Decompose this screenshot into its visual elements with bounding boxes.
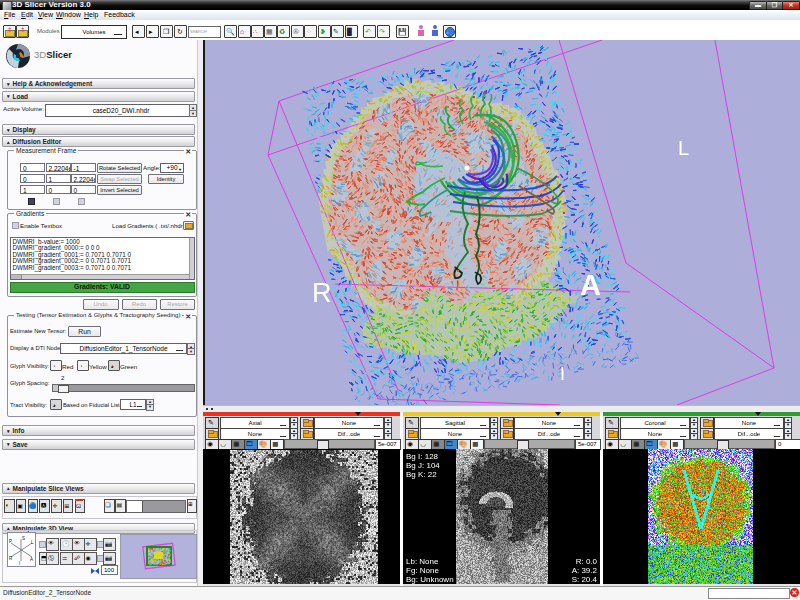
svg-text:L: L: [31, 540, 34, 545]
svg-text:P: P: [9, 539, 12, 544]
svg-text:A: A: [30, 557, 33, 562]
svg-text:I: I: [19, 561, 20, 566]
svg-text:S: S: [22, 536, 25, 541]
svg-text:R: R: [9, 556, 13, 561]
